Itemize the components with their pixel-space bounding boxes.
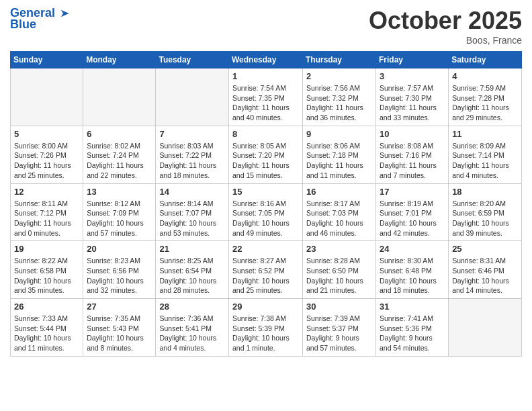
svg-marker-0	[61, 10, 69, 17]
calendar-cell: 13Sunrise: 8:12 AM Sunset: 7:09 PM Dayli…	[83, 183, 156, 241]
day-info: Sunrise: 7:56 AM Sunset: 7:32 PM Dayligh…	[306, 83, 372, 123]
calendar-cell	[156, 68, 229, 126]
day-info: Sunrise: 7:33 AM Sunset: 5:44 PM Dayligh…	[14, 314, 79, 353]
day-number: 30	[306, 302, 372, 312]
calendar-cell: 3Sunrise: 7:57 AM Sunset: 7:30 PM Daylig…	[376, 68, 449, 126]
day-info: Sunrise: 8:28 AM Sunset: 6:50 PM Dayligh…	[306, 256, 372, 295]
day-info: Sunrise: 8:30 AM Sunset: 6:48 PM Dayligh…	[380, 256, 445, 295]
day-number: 19	[14, 244, 79, 254]
day-number: 1	[232, 71, 299, 81]
day-info: Sunrise: 8:27 AM Sunset: 6:52 PM Dayligh…	[232, 256, 299, 295]
month-title: October 2025	[369, 7, 522, 35]
day-info: Sunrise: 8:03 AM Sunset: 7:22 PM Dayligh…	[159, 141, 225, 181]
location: Boos, France	[369, 35, 522, 46]
day-info: Sunrise: 8:12 AM Sunset: 7:09 PM Dayligh…	[87, 199, 152, 238]
day-number: 26	[14, 302, 79, 312]
day-number: 2	[306, 71, 372, 81]
day-number: 4	[452, 71, 518, 81]
day-info: Sunrise: 7:54 AM Sunset: 7:35 PM Dayligh…	[232, 83, 299, 123]
day-info: Sunrise: 7:35 AM Sunset: 5:43 PM Dayligh…	[87, 314, 152, 353]
calendar-week-row: 26Sunrise: 7:33 AM Sunset: 5:44 PM Dayli…	[11, 299, 522, 357]
day-number: 29	[232, 302, 299, 312]
day-info: Sunrise: 8:16 AM Sunset: 7:05 PM Dayligh…	[232, 199, 299, 238]
day-info: Sunrise: 8:00 AM Sunset: 7:26 PM Dayligh…	[14, 141, 79, 181]
calendar-week-row: 1Sunrise: 7:54 AM Sunset: 7:35 PM Daylig…	[11, 68, 522, 126]
calendar-cell: 20Sunrise: 8:23 AM Sunset: 6:56 PM Dayli…	[83, 241, 156, 299]
weekday-header: Friday	[376, 52, 449, 68]
weekday-header: Tuesday	[156, 52, 229, 68]
day-number: 3	[380, 71, 445, 81]
calendar-cell: 11Sunrise: 8:09 AM Sunset: 7:14 PM Dayli…	[449, 126, 522, 183]
day-number: 27	[87, 302, 152, 312]
calendar-cell: 10Sunrise: 8:08 AM Sunset: 7:16 PM Dayli…	[376, 126, 449, 183]
day-number: 11	[452, 129, 518, 139]
weekday-header: Monday	[83, 52, 156, 68]
day-info: Sunrise: 7:41 AM Sunset: 5:36 PM Dayligh…	[380, 314, 445, 353]
day-number: 28	[159, 302, 225, 312]
day-info: Sunrise: 8:20 AM Sunset: 6:59 PM Dayligh…	[452, 199, 518, 238]
day-number: 5	[14, 129, 79, 139]
day-info: Sunrise: 8:31 AM Sunset: 6:46 PM Dayligh…	[452, 256, 518, 295]
title-block: October 2025 Boos, France	[369, 7, 522, 46]
calendar-cell: 29Sunrise: 7:38 AM Sunset: 5:39 PM Dayli…	[229, 299, 303, 357]
calendar-cell: 8Sunrise: 8:05 AM Sunset: 7:20 PM Daylig…	[229, 126, 303, 183]
calendar-cell: 4Sunrise: 7:59 AM Sunset: 7:28 PM Daylig…	[449, 68, 522, 126]
calendar-cell: 5Sunrise: 8:00 AM Sunset: 7:26 PM Daylig…	[11, 126, 83, 183]
day-number: 24	[380, 244, 445, 254]
weekday-header: Sunday	[11, 52, 83, 68]
day-number: 22	[232, 244, 299, 254]
calendar-cell: 9Sunrise: 8:06 AM Sunset: 7:18 PM Daylig…	[303, 126, 376, 183]
day-number: 13	[87, 187, 152, 197]
logo-icon	[56, 7, 70, 20]
day-info: Sunrise: 8:06 AM Sunset: 7:18 PM Dayligh…	[306, 141, 372, 181]
day-number: 15	[232, 187, 299, 197]
weekday-header: Saturday	[449, 52, 522, 68]
day-info: Sunrise: 8:23 AM Sunset: 6:56 PM Dayligh…	[87, 256, 152, 295]
weekday-header: Wednesday	[229, 52, 303, 68]
day-info: Sunrise: 8:08 AM Sunset: 7:16 PM Dayligh…	[380, 141, 445, 181]
day-info: Sunrise: 8:22 AM Sunset: 6:58 PM Dayligh…	[14, 256, 79, 295]
day-number: 25	[452, 244, 518, 254]
day-number: 16	[306, 187, 372, 197]
calendar-week-row: 12Sunrise: 8:11 AM Sunset: 7:12 PM Dayli…	[11, 183, 522, 241]
day-number: 12	[14, 187, 79, 197]
weekday-header-row: SundayMondayTuesdayWednesdayThursdayFrid…	[11, 52, 522, 68]
day-number: 21	[159, 244, 225, 254]
day-number: 18	[452, 187, 518, 197]
calendar-cell: 12Sunrise: 8:11 AM Sunset: 7:12 PM Dayli…	[11, 183, 83, 241]
calendar-cell: 6Sunrise: 8:02 AM Sunset: 7:24 PM Daylig…	[83, 126, 156, 183]
calendar-cell: 17Sunrise: 8:19 AM Sunset: 7:01 PM Dayli…	[376, 183, 449, 241]
day-number: 10	[380, 129, 445, 139]
calendar-cell	[11, 68, 83, 126]
calendar-cell: 7Sunrise: 8:03 AM Sunset: 7:22 PM Daylig…	[156, 126, 229, 183]
calendar-cell: 22Sunrise: 8:27 AM Sunset: 6:52 PM Dayli…	[229, 241, 303, 299]
calendar-cell: 28Sunrise: 7:36 AM Sunset: 5:41 PM Dayli…	[156, 299, 229, 357]
calendar-week-row: 5Sunrise: 8:00 AM Sunset: 7:26 PM Daylig…	[11, 126, 522, 183]
day-number: 31	[380, 302, 445, 312]
calendar-cell: 30Sunrise: 7:39 AM Sunset: 5:37 PM Dayli…	[303, 299, 376, 357]
calendar-cell: 23Sunrise: 8:28 AM Sunset: 6:50 PM Dayli…	[303, 241, 376, 299]
day-info: Sunrise: 8:09 AM Sunset: 7:14 PM Dayligh…	[452, 141, 518, 181]
calendar-cell: 27Sunrise: 7:35 AM Sunset: 5:43 PM Dayli…	[83, 299, 156, 357]
calendar-week-row: 19Sunrise: 8:22 AM Sunset: 6:58 PM Dayli…	[11, 241, 522, 299]
day-number: 9	[306, 129, 372, 139]
day-number: 17	[380, 187, 445, 197]
calendar-cell: 19Sunrise: 8:22 AM Sunset: 6:58 PM Dayli…	[11, 241, 83, 299]
calendar-cell: 16Sunrise: 8:17 AM Sunset: 7:03 PM Dayli…	[303, 183, 376, 241]
calendar-cell: 14Sunrise: 8:14 AM Sunset: 7:07 PM Dayli…	[156, 183, 229, 241]
calendar-cell: 24Sunrise: 8:30 AM Sunset: 6:48 PM Dayli…	[376, 241, 449, 299]
calendar-cell: 1Sunrise: 7:54 AM Sunset: 7:35 PM Daylig…	[229, 68, 303, 126]
day-info: Sunrise: 7:36 AM Sunset: 5:41 PM Dayligh…	[159, 314, 225, 353]
calendar-cell: 15Sunrise: 8:16 AM Sunset: 7:05 PM Dayli…	[229, 183, 303, 241]
day-info: Sunrise: 8:05 AM Sunset: 7:20 PM Dayligh…	[232, 141, 299, 181]
calendar-cell: 2Sunrise: 7:56 AM Sunset: 7:32 PM Daylig…	[303, 68, 376, 126]
day-number: 23	[306, 244, 372, 254]
day-info: Sunrise: 8:14 AM Sunset: 7:07 PM Dayligh…	[159, 199, 225, 238]
calendar-cell: 18Sunrise: 8:20 AM Sunset: 6:59 PM Dayli…	[449, 183, 522, 241]
day-number: 20	[87, 244, 152, 254]
day-info: Sunrise: 7:57 AM Sunset: 7:30 PM Dayligh…	[380, 83, 445, 123]
day-number: 6	[87, 129, 152, 139]
day-info: Sunrise: 8:19 AM Sunset: 7:01 PM Dayligh…	[380, 199, 445, 238]
page: General Blue October 2025 Boos, France S…	[0, 0, 532, 363]
day-number: 14	[159, 187, 225, 197]
